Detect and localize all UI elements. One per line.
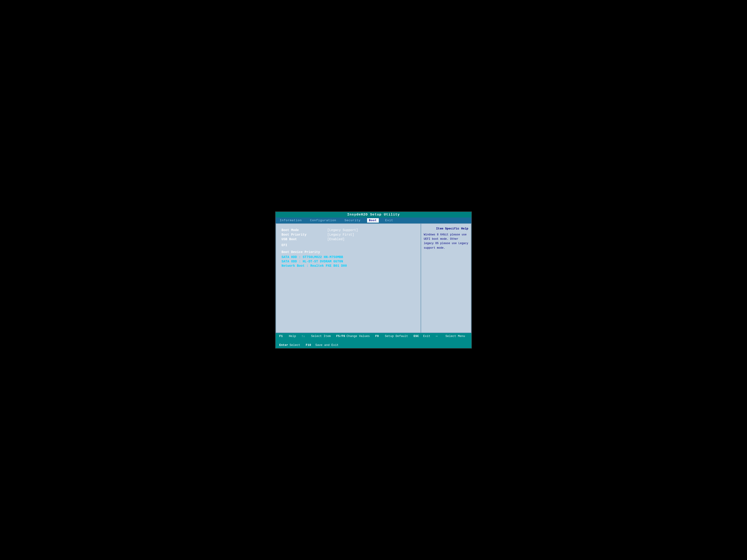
- footer-enter: Enter Select: [279, 343, 300, 347]
- boot-device-priority-title: Boot Device Priority: [282, 250, 415, 254]
- f9-key: F9: [375, 335, 383, 338]
- enter-desc: Select: [289, 343, 300, 347]
- leftright-key: ↔: [436, 335, 444, 338]
- main-panel: Boot Mode [Legacy Support] Boot Priority…: [276, 224, 421, 332]
- content-area: Boot Mode [Legacy Support] Boot Priority…: [276, 223, 471, 333]
- updown-desc: Select Item: [311, 335, 331, 338]
- menu-item-security[interactable]: Security: [343, 218, 362, 222]
- help-text: Windows 8 64bit please use UEFI boot mod…: [424, 233, 468, 250]
- f10-desc: Save and Exit: [315, 343, 338, 347]
- f5f6-desc: Change Values: [346, 335, 369, 338]
- footer-updown: ↑↓ Select Item: [302, 335, 331, 338]
- boot-priority-label: Boot Priority: [282, 233, 327, 237]
- footer-esc: ESC Exit: [414, 335, 430, 338]
- menu-item-information[interactable]: Information: [278, 218, 304, 222]
- menu-bar[interactable]: Information Configuration Security Boot …: [276, 217, 471, 223]
- footer-f9: F9 Setup Default: [375, 335, 408, 338]
- efi-label: EFI: [282, 243, 415, 247]
- esc-desc: Exit: [423, 335, 430, 338]
- boot-mode-label: Boot Mode: [282, 228, 327, 232]
- network-boot-row[interactable]: Network Boot : Realtek PXE B01 D00: [282, 264, 415, 268]
- boot-priority-row[interactable]: Boot Priority [Legacy First]: [282, 233, 415, 237]
- menu-item-exit[interactable]: Exit: [383, 218, 395, 222]
- footer-f5f6: F5/F6 Change Values: [336, 335, 369, 338]
- leftright-desc: Select Menu: [445, 335, 465, 338]
- help-title: Item Specific Help: [424, 227, 468, 230]
- boot-mode-value: [Legacy Support]: [327, 228, 358, 232]
- usb-boot-label: USB Boot: [282, 237, 327, 241]
- menu-item-boot[interactable]: Boot: [367, 218, 379, 222]
- sata-odd-row[interactable]: SATA ODD : HL-DT-ST DVDRAM GU70N: [282, 260, 415, 263]
- bios-screen: InsydeH2O Setup Utility Information Conf…: [275, 211, 472, 349]
- title-bar: InsydeH2O Setup Utility: [276, 212, 471, 217]
- f10-key: F10: [306, 343, 314, 347]
- f1-key: F1: [279, 335, 287, 338]
- title-text: InsydeH2O Setup Utility: [347, 213, 400, 217]
- menu-item-configuration[interactable]: Configuration: [308, 218, 338, 222]
- f5f6-key: F5/F6: [336, 335, 345, 338]
- usb-boot-row[interactable]: USB Boot [Enabled]: [282, 237, 415, 241]
- boot-mode-row[interactable]: Boot Mode [Legacy Support]: [282, 228, 415, 232]
- boot-priority-value: [Legacy First]: [327, 233, 354, 237]
- help-panel: Item Specific Help Windows 8 64bit pleas…: [421, 224, 471, 332]
- enter-key: Enter: [279, 343, 288, 347]
- usb-boot-value: [Enabled]: [327, 237, 345, 241]
- footer-leftright: ↔ Select Menu: [436, 335, 465, 338]
- f9-desc: Setup Default: [385, 335, 408, 338]
- esc-key: ESC: [414, 335, 422, 338]
- footer-f1: F1 Help: [279, 335, 296, 338]
- footer-f10: F10 Save and Exit: [306, 343, 338, 347]
- f1-desc: Help: [289, 335, 296, 338]
- footer-bar: F1 Help ↑↓ Select Item F5/F6 Change Valu…: [276, 333, 471, 348]
- updown-key: ↑↓: [302, 335, 310, 338]
- sata-hdd-row[interactable]: SATA HDD : ST750LM022 HN-M750MBB: [282, 255, 415, 259]
